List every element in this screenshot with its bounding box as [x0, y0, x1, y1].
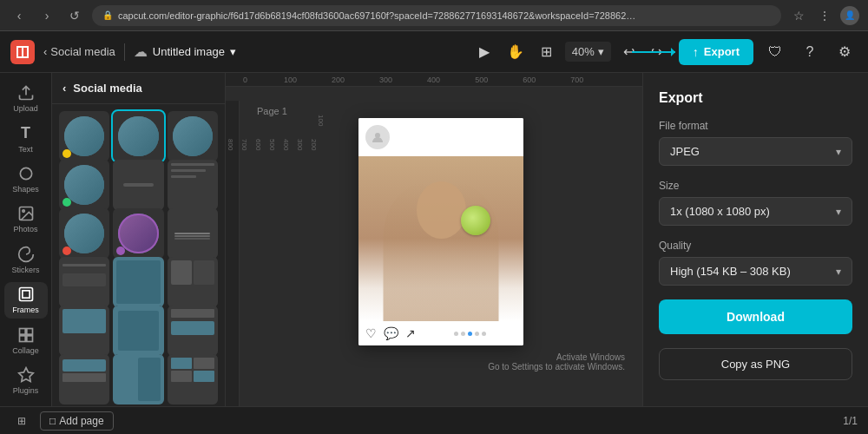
sidebar-item-stickers[interactable]: Stickers — [4, 241, 48, 279]
template-item[interactable] — [113, 354, 163, 404]
sidebar-item-upload[interactable]: Upload — [4, 80, 48, 117]
carousel-dot-active — [468, 332, 472, 336]
nav-reload[interactable]: ↺ — [64, 5, 85, 26]
settings-icon[interactable]: ⚙ — [832, 39, 858, 65]
size-label: Size — [659, 180, 852, 192]
download-label: Download — [727, 310, 785, 324]
size-dropdown[interactable]: 1x (1080 x 1080 px) ▾ — [659, 197, 852, 226]
document-title[interactable]: ☁ Untitled image ▾ — [134, 43, 236, 60]
ruler-700: 700 — [570, 76, 583, 84]
template-item[interactable] — [59, 354, 109, 404]
template-item[interactable] — [168, 257, 218, 307]
template-item[interactable] — [59, 111, 109, 161]
url-bar[interactable]: 🔒 capcut.com/editor-graphic/f6d17d6b6819… — [92, 5, 781, 26]
document-name: Untitled image — [153, 45, 225, 58]
template-item[interactable] — [168, 160, 218, 210]
title-chevron-icon: ▾ — [230, 45, 236, 58]
activate-windows-notice: Activate Windows Go to Settings to activ… — [488, 352, 625, 372]
collage-icon — [17, 326, 35, 344]
template-item[interactable] — [59, 208, 109, 259]
heart-icon[interactable]: ♡ — [365, 326, 377, 340]
activate-windows-title: Activate Windows — [488, 352, 625, 362]
back-label: Social media — [50, 45, 115, 58]
sidebar-item-collage[interactable]: Collage — [4, 322, 48, 359]
template-grid — [52, 104, 225, 406]
template-item[interactable] — [59, 306, 109, 356]
carousel-dot — [454, 332, 458, 336]
grid-icon: ⊞ — [17, 415, 26, 427]
add-page-button[interactable]: □ Add page — [40, 411, 114, 431]
template-item[interactable] — [113, 160, 163, 210]
template-item[interactable] — [168, 306, 218, 356]
export-arrow-line — [632, 51, 675, 53]
export-upload-icon: ↑ — [693, 45, 699, 59]
text-label: Text — [18, 145, 33, 154]
template-item[interactable] — [113, 306, 163, 356]
quality-label: Quality — [659, 240, 852, 252]
svg-rect-8 — [19, 336, 25, 342]
browser-action-icons: ☆ ⋮ 👤 — [788, 5, 859, 26]
template-item[interactable] — [113, 257, 163, 307]
sidebar-item-photos[interactable]: Photos — [4, 201, 48, 239]
zoom-chevron-icon: ▾ — [598, 45, 604, 58]
app-logo — [10, 40, 35, 64]
document-icon: ☁ — [134, 43, 148, 60]
svg-rect-7 — [26, 328, 32, 334]
nav-forward[interactable]: › — [36, 5, 57, 26]
sidebar-item-frames[interactable]: Frames — [4, 282, 48, 319]
sidebar-item-shapes[interactable]: Shapes — [4, 161, 48, 198]
template-item[interactable] — [113, 111, 163, 161]
instagram-avatar — [365, 125, 390, 149]
bottom-bar: ⊞ □ Add page 1/1 — [0, 406, 868, 434]
instagram-post: ♡ 💬 ↗ — [358, 118, 523, 345]
quality-dropdown[interactable]: High (154 KB – 308 KB) ▾ — [659, 257, 852, 286]
ruler-400: 400 — [427, 76, 440, 84]
instagram-header — [358, 118, 523, 156]
drag-icon[interactable]: ✋ — [503, 39, 529, 65]
grid-icon[interactable]: ⊞ — [534, 39, 560, 65]
canvas-page[interactable]: ♡ 💬 ↗ — [358, 118, 523, 345]
ruler-100: 100 — [284, 76, 297, 84]
page-label: Page 1 — [257, 106, 287, 116]
template-panel-header[interactable]: ‹ Social media — [52, 73, 225, 104]
ruler-600: 600 — [523, 76, 536, 84]
template-item[interactable] — [168, 111, 218, 161]
help-icon[interactable]: ? — [797, 39, 823, 65]
main-area: Upload T Text Shapes Photos Stickers Fra… — [0, 73, 868, 406]
template-item[interactable] — [59, 160, 109, 210]
nav-back[interactable]: ‹ — [9, 5, 30, 26]
grid-toggle-button[interactable]: ⊞ — [10, 411, 33, 431]
export-arrow-head — [671, 48, 680, 56]
app-container: ‹ Social media ☁ Untitled image ▾ ▶ ✋ ⊞ … — [0, 31, 868, 434]
chevron-down-icon: ▾ — [836, 206, 841, 218]
chevron-down-icon: ▾ — [836, 266, 841, 278]
zoom-control[interactable]: 40% ▾ — [565, 42, 611, 62]
file-format-dropdown[interactable]: JPEG ▾ — [659, 137, 852, 166]
template-item[interactable] — [59, 257, 109, 307]
bookmark-icon[interactable]: ☆ — [788, 5, 809, 26]
sidebar-item-plugins[interactable]: Plugins — [4, 363, 48, 400]
photos-icon — [17, 205, 35, 222]
ruler-0: 0 — [243, 76, 247, 84]
download-button[interactable]: Download — [659, 299, 852, 334]
copy-png-label: Copy as PNG — [721, 358, 790, 371]
canvas-body: 100200300400500600700800 Page 1 — [226, 87, 642, 406]
template-item[interactable] — [113, 208, 163, 259]
template-panel-title: Social media — [73, 82, 141, 95]
svg-rect-5 — [22, 291, 29, 298]
template-item[interactable] — [168, 354, 218, 404]
export-button[interactable]: ↑ Export — [679, 39, 753, 65]
play-icon[interactable]: ▶ — [471, 39, 497, 65]
frames-label: Frames — [12, 306, 39, 314]
browser-menu-icon[interactable]: ⋮ — [814, 5, 835, 26]
sidebar-item-text[interactable]: T Text — [4, 121, 48, 158]
shield-icon[interactable]: 🛡 — [762, 39, 788, 65]
size-value: 1x (1080 x 1080 px) — [670, 205, 770, 218]
template-item[interactable] — [168, 208, 218, 259]
browser-avatar[interactable]: 👤 — [840, 6, 859, 25]
back-button[interactable]: ‹ Social media — [43, 45, 115, 58]
share-icon[interactable]: ↗ — [405, 326, 416, 340]
svg-rect-4 — [19, 288, 32, 301]
comment-icon[interactable]: 💬 — [384, 326, 398, 340]
copy-as-png-button[interactable]: Copy as PNG — [659, 348, 852, 380]
